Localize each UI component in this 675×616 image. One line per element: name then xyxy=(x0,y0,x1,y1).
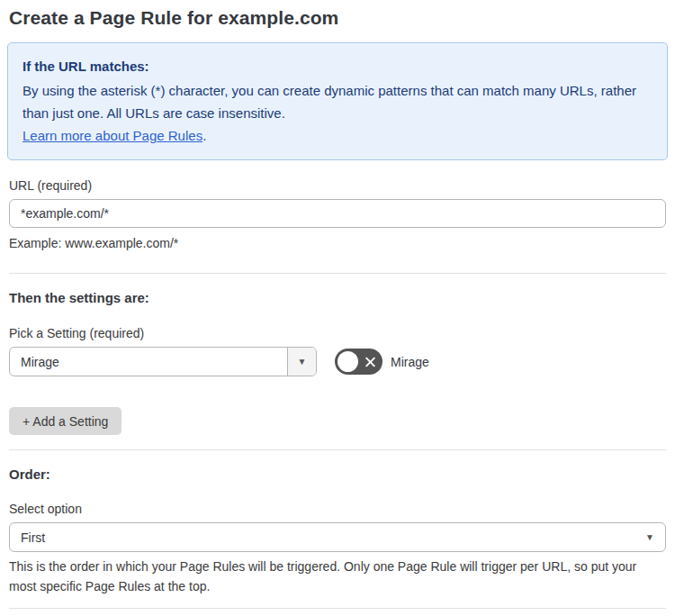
link-period: . xyxy=(202,128,206,143)
order-helper-text: This is the order in which your Page Rul… xyxy=(9,557,657,596)
page-title: Create a Page Rule for example.com xyxy=(9,7,666,29)
chevron-down-icon: ▼ xyxy=(298,358,307,367)
toggle-knob xyxy=(338,351,358,372)
create-page-rule-form: Create a Page Rule for example.com If th… xyxy=(0,0,675,616)
order-section-heading: Order: xyxy=(9,467,666,482)
order-select[interactable]: First ▼ xyxy=(9,522,666,552)
divider xyxy=(9,608,666,609)
pick-setting-label: Pick a Setting (required) xyxy=(9,326,666,340)
info-box-body: By using the asterisk (*) character, you… xyxy=(22,79,652,124)
divider xyxy=(9,449,666,450)
order-select-value: First xyxy=(21,530,45,545)
url-example-helper: Example: www.example.com/* xyxy=(9,233,666,253)
divider xyxy=(9,273,666,274)
add-setting-button[interactable]: + Add a Setting xyxy=(9,407,122,435)
toggle-off-x-icon xyxy=(364,356,376,367)
url-input[interactable] xyxy=(9,199,666,228)
setting-select[interactable]: Mirage ▼ xyxy=(9,347,317,376)
url-field-label: URL (required) xyxy=(9,178,666,193)
settings-section-heading: Then the settings are: xyxy=(9,290,666,305)
setting-select-value: Mirage xyxy=(10,348,287,376)
url-matches-info-box: If the URL matches: By using the asteris… xyxy=(7,42,668,160)
learn-more-link[interactable]: Learn more about Page Rules xyxy=(22,128,202,143)
setting-select-arrow-button[interactable]: ▼ xyxy=(287,348,316,376)
select-option-label: Select option xyxy=(9,502,666,516)
chevron-down-icon: ▼ xyxy=(645,533,654,542)
mirage-toggle[interactable] xyxy=(335,349,382,375)
info-box-link-line: Learn more about Page Rules. xyxy=(22,124,652,147)
info-box-heading: If the URL matches: xyxy=(22,55,652,77)
setting-row: Mirage ▼ Mirage xyxy=(9,347,666,376)
toggle-label: Mirage xyxy=(391,355,429,369)
